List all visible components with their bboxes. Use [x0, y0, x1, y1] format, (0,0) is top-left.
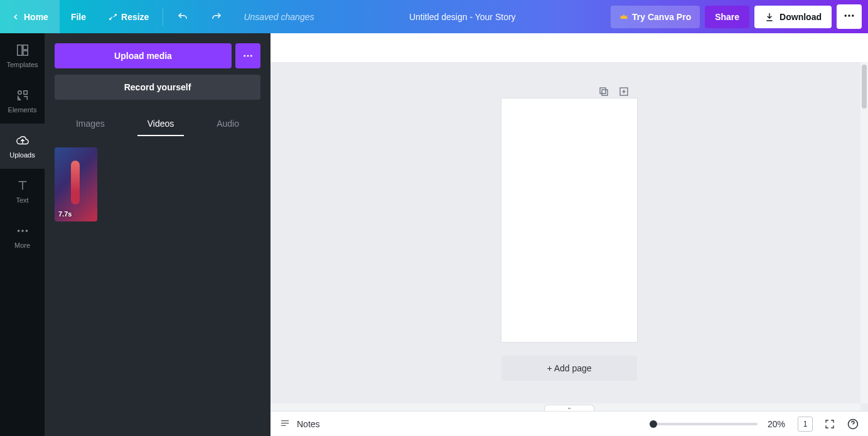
video-duration: 7.7s [58, 210, 72, 218]
upload-media-button[interactable]: Upload media [55, 43, 232, 68]
design-page[interactable] [501, 98, 637, 342]
svg-rect-4 [23, 45, 27, 50]
try-pro-button[interactable]: Try Canva Pro [611, 6, 700, 28]
top-toolbar: Home File Resize Unsaved changes Untitle… [0, 0, 868, 33]
fullscreen-icon[interactable] [824, 418, 835, 430]
rail-uploads-label: Uploads [9, 151, 35, 159]
chevron-up-icon [566, 406, 572, 411]
home-button[interactable]: Home [0, 0, 60, 33]
add-page-label: + Add page [547, 363, 591, 373]
canvas-viewport[interactable]: + Add page [271, 62, 868, 411]
rail-text[interactable]: Text [0, 169, 45, 214]
share-label: Share [715, 12, 739, 22]
canvas-area: + Add page Notes 20% 1 [271, 33, 868, 436]
cloud-upload-icon [16, 134, 29, 147]
zoom-slider-knob[interactable] [650, 420, 657, 428]
uploads-grid: 7.7s [55, 147, 260, 221]
duplicate-page-icon[interactable] [598, 86, 609, 97]
add-page-button[interactable]: + Add page [501, 356, 637, 381]
svg-point-2 [852, 14, 854, 16]
record-yourself-button[interactable]: Record yourself [55, 75, 260, 100]
dots-horizontal-icon [16, 224, 29, 238]
redo-button[interactable] [200, 0, 233, 33]
svg-rect-3 [17, 45, 21, 56]
svg-point-6 [18, 91, 21, 95]
vertical-scrollbar[interactable] [860, 62, 868, 403]
notes-label: Notes [297, 419, 320, 429]
home-label: Home [24, 12, 48, 22]
svg-point-11 [247, 55, 249, 57]
canvas-toolbar [271, 33, 868, 62]
crown-icon [619, 13, 628, 21]
video-thumbnail[interactable]: 7.7s [55, 147, 97, 221]
svg-point-12 [250, 55, 252, 57]
media-tabs: Images Videos Audio [55, 112, 260, 136]
tab-images-label: Images [76, 119, 105, 129]
rail-templates-label: Templates [6, 61, 38, 68]
tab-videos[interactable]: Videos [137, 112, 185, 136]
try-pro-label: Try Canva Pro [632, 12, 691, 22]
record-label: Record yourself [124, 82, 191, 92]
templates-icon [16, 43, 29, 57]
elements-icon [16, 88, 29, 102]
svg-point-9 [25, 230, 28, 232]
add-page-icon[interactable] [618, 86, 630, 97]
topbar-left-group: Home File Resize Unsaved changes [0, 0, 314, 33]
download-label: Download [780, 12, 822, 22]
download-button[interactable]: Download [754, 6, 832, 28]
separator [163, 8, 163, 26]
svg-rect-13 [600, 88, 606, 93]
svg-point-0 [845, 14, 847, 16]
page-count-value: 1 [803, 420, 808, 428]
upload-media-label: Upload media [114, 51, 172, 61]
file-menu[interactable]: File [60, 0, 97, 33]
tab-audio-label: Audio [217, 119, 239, 129]
main-area: Templates Elements Uploads Text More Upl… [0, 33, 868, 436]
tab-videos-label: Videos [147, 119, 174, 129]
svg-point-8 [21, 230, 24, 232]
chevron-left-icon [11, 13, 20, 21]
svg-point-10 [244, 55, 245, 57]
resize-label: Resize [121, 12, 149, 22]
more-menu-button[interactable] [837, 4, 862, 29]
text-icon [16, 179, 29, 193]
file-label: File [71, 12, 86, 22]
page-count-button[interactable]: 1 [798, 417, 813, 432]
rail-elements[interactable]: Elements [0, 78, 45, 124]
rail-more[interactable]: More [0, 214, 45, 259]
zoom-value[interactable]: 20% [768, 419, 785, 429]
page-action-row [598, 86, 630, 97]
topbar-right-group: Try Canva Pro Share Download [611, 4, 868, 29]
upload-more-button[interactable] [235, 43, 260, 68]
svg-rect-14 [602, 90, 608, 95]
zoom-slider[interactable] [651, 423, 758, 425]
share-button[interactable]: Share [705, 6, 749, 28]
rail-text-label: Text [16, 196, 28, 204]
uploads-panel: Upload media Record yourself Images Vide… [45, 33, 271, 436]
save-status: Unsaved changes [233, 12, 314, 22]
resize-icon [109, 13, 117, 21]
upload-row: Upload media [55, 43, 260, 68]
svg-rect-5 [23, 51, 27, 55]
download-icon [764, 12, 774, 22]
rail-uploads[interactable]: Uploads [0, 124, 45, 169]
document-title[interactable]: Untitled design - Your Story [314, 12, 611, 22]
undo-icon [177, 11, 188, 23]
undo-button[interactable] [166, 0, 200, 33]
dots-horizontal-icon [242, 50, 254, 61]
notes-icon [279, 418, 291, 430]
notes-button[interactable]: Notes [279, 418, 320, 430]
dots-horizontal-icon [843, 9, 855, 22]
resize-menu[interactable]: Resize [97, 0, 160, 33]
bottom-bar: Notes 20% 1 [271, 411, 868, 436]
help-icon[interactable] [847, 418, 859, 430]
svg-point-7 [17, 230, 19, 232]
svg-point-1 [848, 14, 850, 16]
tab-audio[interactable]: Audio [206, 112, 249, 136]
tab-images[interactable]: Images [66, 112, 115, 136]
rail-more-label: More [14, 242, 30, 249]
timeline-handle[interactable] [544, 405, 594, 411]
redo-icon [211, 11, 222, 23]
left-rail: Templates Elements Uploads Text More [0, 33, 45, 436]
rail-templates[interactable]: Templates [0, 33, 45, 78]
